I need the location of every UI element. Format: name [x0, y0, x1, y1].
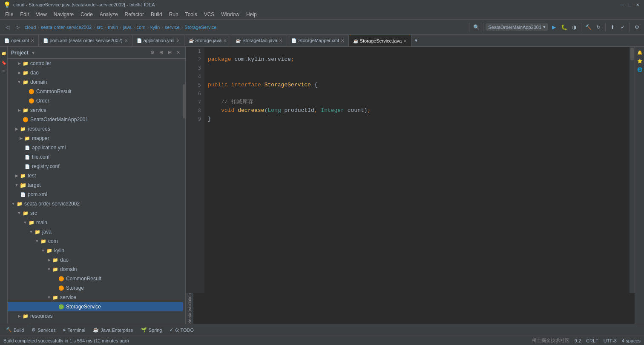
- bottom-tab-services[interactable]: ⚙ Services: [28, 326, 59, 334]
- tree-toggle-src2[interactable]: ▼: [16, 210, 22, 216]
- tree-toggle-controller[interactable]: ▶: [16, 60, 22, 66]
- tree-item-dao1[interactable]: ▶ 📁 dao: [8, 68, 183, 77]
- tree-item-java2[interactable]: ▼ 📁 java: [8, 227, 183, 237]
- tab-close-storagemapper[interactable]: ✕: [341, 38, 344, 43]
- tree-toggle-main2[interactable]: ▼: [22, 220, 28, 225]
- notifications-icon[interactable]: 🔔: [636, 48, 644, 56]
- run-button[interactable]: ▶: [549, 23, 558, 32]
- web-icon[interactable]: 🌐: [636, 66, 644, 73]
- panel-collapse-icon[interactable]: ⊟: [166, 49, 173, 57]
- tree-item-storageservice[interactable]: 🟢 StorageService: [8, 302, 183, 311]
- tree-item-commonresult1[interactable]: 🟠 CommonResult: [8, 87, 183, 96]
- tree-toggle-service2-folder[interactable]: ▼: [46, 294, 52, 300]
- tab-appyml[interactable]: 📄 application.yml ✕: [132, 35, 184, 46]
- editor-scrollbar[interactable]: [630, 47, 635, 293]
- statusbar-line-ending[interactable]: CRLF: [586, 338, 598, 343]
- tree-item-kylin2[interactable]: ▼ 📁 kylin: [8, 246, 183, 255]
- bottom-tab-todo[interactable]: ✓ 6: TODO: [166, 326, 197, 334]
- breadcrumb-src[interactable]: src: [97, 25, 103, 30]
- menu-file[interactable]: File: [2, 11, 17, 18]
- tab-close-pomxml[interactable]: ✕: [124, 38, 128, 43]
- tab-pomxml[interactable]: 📄 pom.xml (seata-order-service2002) ✕: [39, 35, 132, 46]
- panel-dropdown-icon[interactable]: ▾: [32, 50, 34, 56]
- favorites-icon[interactable]: ⭐: [636, 57, 644, 65]
- editor-right-panel[interactable]: Seata Validation: [186, 293, 193, 324]
- breadcrumb-service2002[interactable]: seata-order-service2002: [41, 25, 92, 30]
- tab-storagedao[interactable]: ☕ StorageDao.java ✕: [231, 35, 287, 46]
- toolbar-back-button[interactable]: ◁: [3, 23, 12, 32]
- tree-toggle-target1[interactable]: ▼: [14, 182, 20, 188]
- tree-item-commonresult2[interactable]: 🟠 CommonResult: [8, 274, 183, 283]
- run-config-selector[interactable]: SeataOrderMainApp2001 ▾: [486, 23, 548, 31]
- menu-vcs[interactable]: VCS: [201, 11, 218, 18]
- tree-item-test1[interactable]: ▶ 📁 test: [8, 171, 183, 180]
- tree-scrollbar[interactable]: [183, 59, 185, 324]
- tree-item-domain1[interactable]: ▼ 📁 domain: [8, 77, 183, 87]
- breadcrumb-kylin[interactable]: kylin: [150, 25, 160, 30]
- tree-toggle-seata2002[interactable]: ▼: [10, 201, 16, 207]
- tree-toggle-resources2[interactable]: ▶: [16, 313, 22, 319]
- bottom-tab-java-enterprise[interactable]: ☕ Java Enterprise: [89, 326, 136, 334]
- bookmark-icon[interactable]: 🔖: [0, 59, 8, 66]
- tree-toggle-dao2[interactable]: ▶: [46, 257, 52, 263]
- project-tool-icon[interactable]: 📁: [0, 50, 8, 58]
- tab-close-appyml[interactable]: ✕: [176, 38, 180, 43]
- toolbar-forward-button[interactable]: ▷: [13, 23, 22, 32]
- menu-refactor[interactable]: Refactor: [121, 11, 147, 18]
- titlebar-controls[interactable]: ─ □ ✕: [619, 2, 641, 8]
- tree-item-domain2[interactable]: ▼ 📁 domain: [8, 265, 183, 274]
- tree-item-service2-folder[interactable]: ▼ 📁 service: [8, 293, 183, 302]
- statusbar-indent[interactable]: 4 spaces: [622, 338, 641, 343]
- tab-storageservice[interactable]: ☕ StorageService.java ✕: [349, 35, 411, 46]
- build-button[interactable]: 🔨: [584, 23, 593, 32]
- tab-operxml[interactable]: 📄 oper.xml ✕: [0, 35, 39, 46]
- tab-close-storagedao[interactable]: ✕: [279, 38, 282, 43]
- panel-close-icon[interactable]: ✕: [174, 49, 182, 57]
- tree-toggle-mapper1[interactable]: ▶: [18, 135, 24, 141]
- tree-item-mapper2[interactable]: ▼ 📁 mapper: [8, 321, 183, 324]
- breadcrumb-main[interactable]: main: [108, 25, 118, 30]
- breadcrumb-service[interactable]: service: [165, 25, 180, 30]
- vcs-update-button[interactable]: ⬆: [608, 23, 617, 32]
- tree-item-service1[interactable]: ▶ 📁 service: [8, 105, 183, 115]
- tab-storagemapper[interactable]: 📄 StorageMapper.xml ✕: [287, 35, 348, 46]
- menu-tools[interactable]: Tools: [182, 11, 201, 18]
- tab-close-operxml[interactable]: ✕: [31, 38, 34, 43]
- bottom-tab-spring[interactable]: 🌱 Spring: [138, 326, 166, 334]
- tree-item-controller[interactable]: ▶ 📁 controller: [8, 59, 183, 68]
- tree-toggle-test1[interactable]: ▶: [14, 173, 20, 179]
- tree-toggle-service1[interactable]: ▶: [16, 107, 22, 113]
- search-everywhere-icon[interactable]: 🔍: [472, 23, 481, 32]
- tree-toggle-dao1[interactable]: ▶: [16, 70, 22, 76]
- maximize-button[interactable]: □: [627, 2, 633, 8]
- tab-close-storageservice[interactable]: ✕: [403, 39, 407, 43]
- tree-item-seatamainapp[interactable]: 🟠 SeataOrderMainApp2001: [8, 115, 183, 124]
- minimize-button[interactable]: ─: [619, 2, 625, 8]
- panel-expand-icon[interactable]: ⊞: [157, 49, 165, 57]
- menu-navigate[interactable]: Navigate: [50, 11, 77, 18]
- tree-item-pomxml1[interactable]: 📄 pom.xml: [8, 190, 183, 199]
- sync-button[interactable]: ↻: [594, 23, 603, 32]
- menu-window[interactable]: Window: [218, 11, 243, 18]
- tree-toggle-kylin2[interactable]: ▼: [40, 248, 46, 254]
- breadcrumb-java[interactable]: java: [123, 25, 132, 30]
- menu-analyze[interactable]: Analyze: [96, 11, 121, 18]
- tree-item-seata2002[interactable]: ▼ 📁 seata-order-service2002: [8, 199, 183, 208]
- tree-item-order[interactable]: 🟠 Order: [8, 96, 183, 105]
- structure-icon[interactable]: ≡: [0, 67, 8, 75]
- tree-item-resources2[interactable]: ▶ 📁 resources: [8, 311, 183, 321]
- tree-toggle-com2[interactable]: ▼: [34, 238, 40, 244]
- tree-item-registryconf1[interactable]: 📄 registry.conf: [8, 162, 183, 171]
- tab-close-storage[interactable]: ✕: [223, 38, 227, 43]
- bottom-tab-build[interactable]: 🔨 Build: [3, 326, 27, 334]
- bottom-tab-terminal[interactable]: ▸ Terminal: [60, 326, 89, 334]
- tree-item-resources1[interactable]: ▶ 📁 resources: [8, 124, 183, 134]
- tree-item-src2[interactable]: ▼ 📁 src: [8, 208, 183, 218]
- close-button[interactable]: ✕: [635, 2, 641, 8]
- menu-help[interactable]: Help: [243, 11, 260, 18]
- tree-toggle-domain2[interactable]: ▼: [46, 266, 52, 272]
- tree-item-mapper1[interactable]: ▶ 📁 mapper: [8, 134, 183, 143]
- breadcrumb-com[interactable]: com: [137, 25, 146, 30]
- run-coverage-button[interactable]: ◑: [569, 23, 579, 32]
- tree-toggle-resources1[interactable]: ▶: [14, 126, 20, 132]
